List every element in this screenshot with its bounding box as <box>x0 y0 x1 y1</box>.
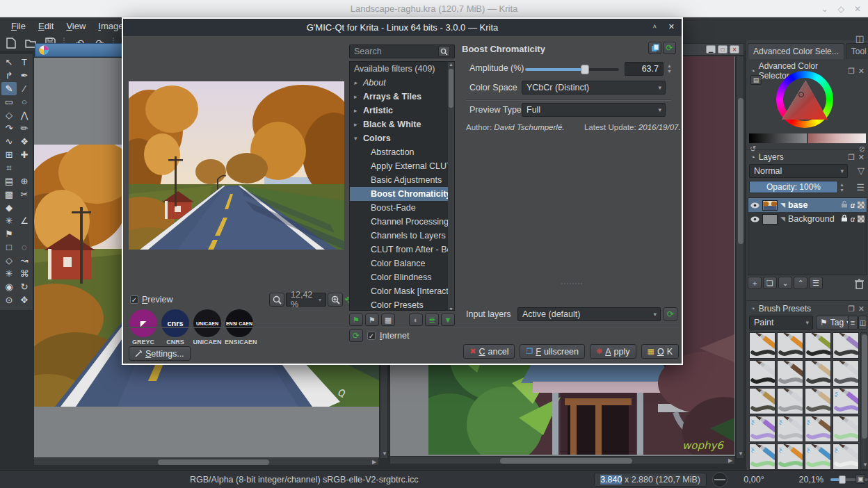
apply-button[interactable]: ❋Apply <box>590 344 636 359</box>
tool-move-icon[interactable]: ✚ <box>17 148 32 161</box>
brush-preset[interactable] <box>777 360 803 387</box>
tool-bezier-curve-icon[interactable]: ↷ <box>1 122 17 135</box>
tool-select-similar-icon[interactable]: ✳ <box>1 267 17 280</box>
tool-select-shapes-icon[interactable]: ↖ <box>1 56 17 69</box>
gmic-close-icon[interactable]: ✕ <box>668 22 675 33</box>
tool-pan-icon[interactable]: ✥ <box>17 293 32 307</box>
tool-polygon-icon[interactable]: ◇ <box>1 108 17 122</box>
layer-options-icon[interactable]: ☰ <box>856 182 865 193</box>
move-layer-up-icon[interactable]: ⌃ <box>794 277 807 289</box>
tool-assistants-icon[interactable]: ✳ <box>1 214 17 227</box>
filter-item[interactable]: Color Balance <box>350 257 454 270</box>
docker-icon[interactable]: ◔ <box>750 67 755 75</box>
rotation-angle[interactable]: 0,00° <box>733 475 775 485</box>
ok-button[interactable]: ▦OK <box>641 344 679 359</box>
brush-preset[interactable]: ʂ <box>833 388 859 414</box>
lock-toggle[interactable] <box>841 214 848 224</box>
window-close-icon[interactable]: ✕ <box>854 4 861 14</box>
filter-item[interactable]: ▾Colors <box>350 131 454 145</box>
subwindow-maximize-icon[interactable]: □ <box>718 45 728 54</box>
blend-mode-dropdown[interactable]: Normal▾ <box>749 164 848 178</box>
tree-arrow-icon[interactable]: ▸ <box>354 76 360 90</box>
tool-reference-images-icon[interactable]: ⚑ <box>1 227 17 241</box>
refresh-filters-icon[interactable]: ⟳ <box>349 330 363 342</box>
fullscreen-button[interactable]: ❐Fullscreen <box>520 344 585 359</box>
filter-item[interactable]: ▸Black & White <box>350 117 454 131</box>
alpha-channel-icon[interactable] <box>858 215 865 222</box>
document-tab[interactable] <box>35 43 125 57</box>
preview-type-dropdown[interactable]: Full▾ <box>522 103 666 117</box>
horizontal-scrollbar-left[interactable]: ▶ <box>33 457 379 466</box>
brush-preset[interactable] <box>805 360 831 387</box>
subwindow-minimize-icon[interactable]: ▁ <box>706 45 716 54</box>
tool-select-elliptical-icon[interactable]: ◌ <box>17 241 32 254</box>
image-dimensions[interactable]: 3.840 x 2.880 (120,7 MiB) <box>594 473 707 487</box>
alpha-lock-icon[interactable]: α <box>851 215 855 223</box>
brush-preset[interactable]: ʂ <box>805 444 831 470</box>
add-layer-icon[interactable]: ＋ <box>748 277 762 289</box>
brush-preset[interactable] <box>749 360 775 387</box>
window-titlebar[interactable]: Landscape-raghu.kra (120,7 MiB) — Krita … <box>0 0 868 17</box>
float-panel-icon[interactable]: ❐ <box>848 304 855 314</box>
filter-item[interactable]: CLUT from After - Before <box>350 243 454 257</box>
tool-transform-icon[interactable]: ⊞ <box>1 148 17 161</box>
brush-preset[interactable] <box>805 388 831 414</box>
detail-view-icon[interactable]: ◫ <box>858 316 867 330</box>
tree-arrow-icon[interactable]: ▾ <box>354 131 360 145</box>
filter-item[interactable]: Color Blindness <box>350 270 454 284</box>
alpha-channel-icon[interactable] <box>858 202 865 209</box>
tab-tool-options[interactable]: Tool Opt... <box>846 43 868 59</box>
menu-view[interactable]: View <box>61 19 91 33</box>
layer-properties-icon[interactable]: ☰ <box>809 277 823 289</box>
filter-item[interactable]: Channel Processing <box>350 215 454 229</box>
tree-arrow-icon[interactable]: ▸ <box>354 104 360 117</box>
tree-arrow-icon[interactable]: ▸ <box>354 117 360 131</box>
tool-calligraphy-icon[interactable]: ✒ <box>17 69 32 82</box>
horizontal-scrollbar-right[interactable]: ▶ <box>389 456 735 464</box>
tool-freehand-brush-icon[interactable]: ✎ <box>1 82 17 95</box>
zoom-percentage[interactable]: 20,1% <box>775 475 823 485</box>
filter-list-scrollbar[interactable]: ▲ ▼ <box>448 62 454 311</box>
window-maximize-icon[interactable]: ◇ <box>838 4 844 14</box>
duplicate-layer-icon[interactable]: ❏ <box>763 277 777 289</box>
tool-line-icon[interactable]: ∕ <box>17 82 32 95</box>
close-panel-icon[interactable]: ✕ <box>858 304 865 314</box>
float-panel-icon[interactable]: ❐ <box>848 153 855 162</box>
close-panel-icon[interactable]: ✕ <box>858 67 865 76</box>
filter-item[interactable]: Boost-Fade <box>350 201 454 215</box>
alpha-inherit-icon[interactable]: ◥ <box>780 202 785 209</box>
tool-ellipse-icon[interactable]: ○ <box>17 95 32 108</box>
tint-gradient-bar[interactable] <box>808 133 866 143</box>
window-minimize-icon[interactable]: ⌄ <box>821 4 828 14</box>
brush-tag-dropdown[interactable]: Paint▾ <box>749 316 813 330</box>
tool-multibrush-icon[interactable]: ❖ <box>17 135 32 148</box>
filter-item[interactable]: Abstraction <box>350 145 454 159</box>
docker-icon[interactable]: ◔ <box>750 153 755 161</box>
color-cursor[interactable] <box>798 92 804 97</box>
filter-search-input[interactable]: Search <box>349 44 455 58</box>
delete-layer-icon[interactable] <box>851 277 867 291</box>
layer-row-base[interactable]: ◥baseα <box>748 198 867 212</box>
brush-preset[interactable]: ʂ <box>749 444 775 470</box>
tool-text-icon[interactable]: T <box>17 56 32 69</box>
internet-checkbox[interactable]: ✓ <box>367 332 376 340</box>
refresh-layers-icon[interactable]: ⟳ <box>664 307 677 321</box>
lock-toggle[interactable] <box>841 200 848 210</box>
brush-preset[interactable] <box>749 332 775 359</box>
tool-crop-icon[interactable]: ⌗ <box>1 161 17 174</box>
preview-checkbox[interactable]: ✓ <box>130 295 138 304</box>
add-fave-icon[interactable]: ⚑ <box>349 314 363 326</box>
tool-select-freehand-icon[interactable]: ↝ <box>17 254 32 267</box>
splitter-handle[interactable] <box>561 283 582 284</box>
brush-preset[interactable] <box>833 416 859 442</box>
tree-arrow-icon[interactable]: ▸ <box>354 90 360 104</box>
list-view-icon[interactable]: ≡ <box>848 316 858 330</box>
tool-edit-shapes-icon[interactable]: ↱ <box>1 69 17 82</box>
list-mode-icon[interactable]: ≣ <box>425 314 439 326</box>
brush-preset[interactable] <box>777 388 803 414</box>
filter-item[interactable]: ▸About <box>350 76 454 90</box>
tool-measure-icon[interactable]: ∠ <box>17 214 32 227</box>
color-settings-icon[interactable]: ▤ <box>750 75 762 85</box>
value-gradient-bar[interactable] <box>749 133 807 143</box>
tool-color-sampler-icon[interactable]: ⊕ <box>17 174 32 188</box>
